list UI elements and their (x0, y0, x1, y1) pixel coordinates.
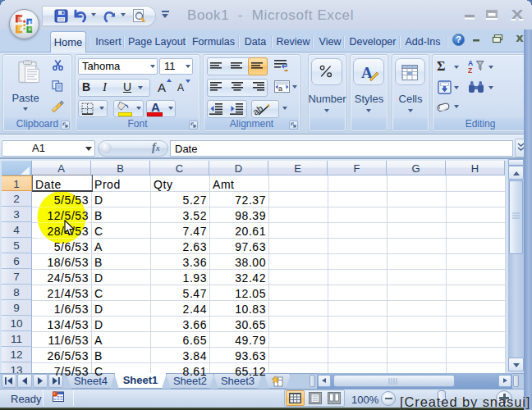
svg-text:a: a (278, 84, 282, 93)
svg-text:Z: Z (468, 66, 472, 75)
